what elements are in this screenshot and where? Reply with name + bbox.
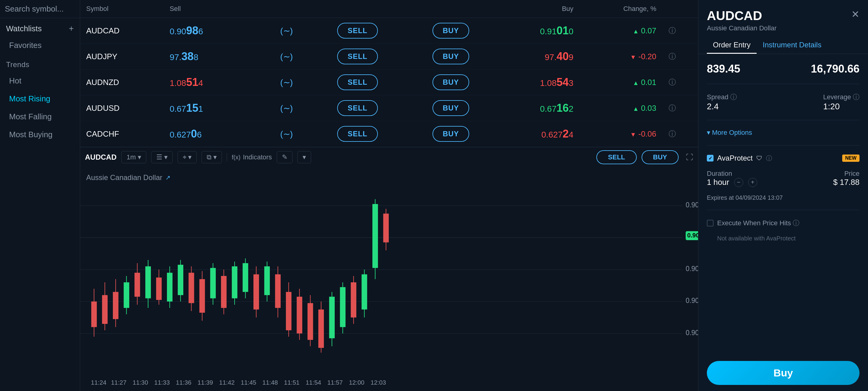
avaprotect-info-icon[interactable]: ⓘ	[766, 154, 772, 162]
arrow-down-cadchf: ▼	[630, 131, 636, 138]
buy-button-audjpy[interactable]: BUY	[432, 49, 469, 64]
divider-4	[707, 210, 860, 210]
svg-text:11:42: 11:42	[219, 379, 235, 386]
chart-toolbar: AUDCAD 1m ▾ ☰ ▾ ⌖ ▾ ⧉ ▾ f(x) Indicators …	[80, 147, 698, 167]
sidebar: ⌕ Watchlists + Favorites Trends Hot Most…	[0, 0, 80, 391]
watchlists-label: Watchlists	[6, 24, 42, 33]
symbol-audnzd: AUDNZD	[86, 78, 119, 87]
svg-rect-44	[297, 297, 302, 333]
more-options-button[interactable]: ▾ More Options	[707, 129, 860, 137]
chart-type-button[interactable]: ☰ ▾	[151, 151, 173, 163]
chart-toolbar-buy-button[interactable]: BUY	[642, 150, 679, 164]
spread-info-icon[interactable]: ⓘ	[730, 93, 737, 102]
table-row[interactable]: AUDJPY 97.388 (∼) SELL BUY 97.409 ▼ -0.2…	[80, 44, 698, 69]
info-icon-audnzd[interactable]: ⓘ	[669, 78, 676, 86]
info-icon-cadchf[interactable]: ⓘ	[669, 130, 676, 138]
change-audcad: 0.07	[641, 26, 656, 35]
chart-icon-audcad[interactable]: (∼)	[280, 26, 293, 35]
tab-order-entry[interactable]: Order Entry	[707, 37, 756, 54]
more-options-chevron-icon: ▾	[707, 129, 710, 137]
close-button[interactable]: ✕	[851, 8, 860, 20]
panel-title: AUDCAD	[707, 8, 777, 23]
buy-price-audnzd: 1.08543	[540, 78, 573, 88]
sell-price-cadchf: 0.62706	[169, 130, 202, 139]
sell-button-audcad[interactable]: SELL	[337, 23, 377, 38]
sidebar-item-favorites[interactable]: Favorites	[0, 36, 80, 54]
cursor-chevron-icon: ▾	[188, 153, 191, 161]
price-label: Price	[833, 170, 860, 178]
draw-button[interactable]: ✎	[277, 151, 292, 163]
function-icon: f(x)	[232, 154, 241, 161]
main-content: Symbol Sell Buy Change, % AUDCAD 0.90986…	[80, 0, 698, 391]
values-row: 839.45 16,790.66	[707, 63, 860, 75]
svg-rect-58	[372, 204, 378, 268]
divider-3	[707, 145, 860, 145]
sidebar-item-most-buying[interactable]: Most Buying	[0, 126, 80, 144]
timeframe-button[interactable]: 1m ▾	[121, 151, 146, 163]
arrow-down-audjpy: ▼	[630, 54, 636, 60]
indicators-button[interactable]: f(x) Indicators	[232, 153, 272, 161]
arrow-up-audusd: ▲	[633, 106, 639, 112]
table-row[interactable]: AUDUSD 0.67151 (∼) SELL BUY 0.67162 ▲ 0.…	[80, 95, 698, 121]
sidebar-item-most-rising[interactable]: Most Rising	[0, 90, 80, 108]
info-icon-audjpy[interactable]: ⓘ	[669, 52, 676, 60]
sell-button-audusd[interactable]: SELL	[337, 100, 377, 116]
svg-text:11:33: 11:33	[154, 379, 169, 386]
tab-instrument-details[interactable]: Instrument Details	[756, 37, 827, 54]
buy-submit-button[interactable]: Buy	[707, 361, 860, 385]
change-cadchf: -0.06	[638, 129, 656, 139]
cursor-button[interactable]: ⌖ ▾	[178, 151, 197, 163]
chart-icon-cadchf[interactable]: (∼)	[280, 129, 293, 139]
info-icon-audcad[interactable]: ⓘ	[669, 26, 676, 35]
execute-checkbox[interactable]	[707, 220, 714, 227]
symbol-audjpy: AUDJPY	[86, 52, 118, 61]
avaprotect-checkbox[interactable]	[707, 155, 714, 161]
search-bar: ⌕	[0, 0, 80, 18]
sell-button-audnzd[interactable]: SELL	[337, 74, 377, 90]
change-audjpy: -0.20	[638, 52, 656, 61]
execute-row: Execute When Price Hits ⓘ	[707, 218, 860, 228]
svg-rect-10	[113, 292, 118, 319]
svg-rect-18	[156, 277, 161, 300]
spread-group: Spread ⓘ 2.4	[707, 93, 737, 112]
duration-increment-button[interactable]: +	[748, 178, 757, 187]
svg-rect-40	[275, 274, 280, 308]
add-watchlist-button[interactable]: +	[69, 24, 74, 33]
chart-icon-audjpy[interactable]: (∼)	[280, 52, 293, 61]
chart-toolbar-sell-button[interactable]: SELL	[596, 150, 637, 164]
buy-button-cadchf[interactable]: BUY	[432, 126, 469, 142]
sidebar-item-most-falling[interactable]: Most Falling	[0, 108, 80, 126]
svg-text:11:57: 11:57	[327, 379, 343, 386]
buy-button-audusd[interactable]: BUY	[432, 100, 469, 116]
draw-more-button[interactable]: ▾	[298, 151, 311, 163]
svg-text:11:36: 11:36	[176, 379, 191, 386]
svg-text:11:24: 11:24	[91, 379, 106, 386]
svg-rect-50	[329, 297, 335, 338]
svg-rect-36	[253, 274, 259, 310]
table-row[interactable]: AUDCAD 0.90986 (∼) SELL BUY 0.91010 ▲ 0.…	[80, 18, 698, 44]
duration-decrement-button[interactable]: −	[734, 178, 743, 187]
svg-rect-38	[265, 266, 270, 295]
new-badge: NEW	[842, 154, 860, 162]
watchlists-section: Watchlists +	[0, 18, 80, 36]
expand-icon[interactable]: ⛶	[686, 153, 693, 161]
execute-info-icon[interactable]: ⓘ	[793, 218, 799, 228]
sell-button-audjpy[interactable]: SELL	[337, 49, 377, 64]
svg-rect-30	[221, 276, 226, 308]
chart-icon-audusd[interactable]: (∼)	[280, 103, 293, 113]
buy-button-audcad[interactable]: BUY	[432, 23, 469, 38]
pencil-icon: ✎	[282, 153, 287, 161]
leverage-info-icon[interactable]: ⓘ	[853, 93, 860, 102]
sell-price-audusd: 0.67151	[169, 104, 203, 114]
info-icon-audusd[interactable]: ⓘ	[669, 104, 676, 112]
chart-icon-audnzd[interactable]: (∼)	[280, 78, 293, 87]
layout-button[interactable]: ⧉ ▾	[202, 151, 222, 163]
svg-text:12:03: 12:03	[371, 379, 386, 386]
buy-button-audnzd[interactable]: BUY	[432, 74, 469, 90]
avaprotect-row: AvaProtect 🛡 ⓘ NEW	[707, 154, 860, 162]
table-row[interactable]: CADCHF 0.62706 (∼) SELL BUY 0.62724 ▼ -0…	[80, 121, 698, 147]
sell-button-cadchf[interactable]: SELL	[337, 126, 377, 142]
sidebar-item-hot[interactable]: Hot	[0, 72, 80, 90]
right-panel: AUDCAD Aussie Canadian Dollar ✕ Order En…	[698, 0, 868, 391]
table-row[interactable]: AUDNZD 1.08514 (∼) SELL BUY 1.08543 ▲ 0.…	[80, 69, 698, 95]
